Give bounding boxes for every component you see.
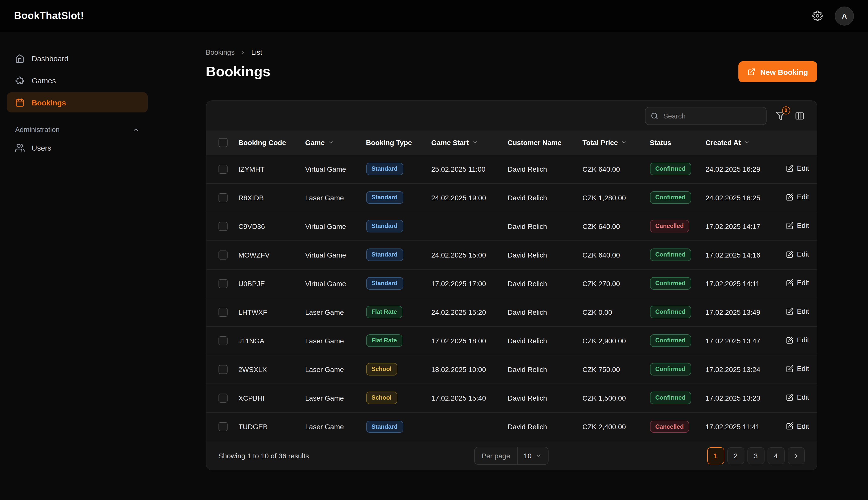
edit-button[interactable]: Edit — [786, 279, 809, 287]
edit-label: Edit — [797, 422, 809, 430]
breadcrumb-bookings[interactable]: Bookings — [206, 48, 235, 56]
chevron-up-icon — [132, 126, 140, 133]
next-page-button[interactable] — [787, 447, 804, 464]
row-checkbox[interactable] — [218, 164, 227, 173]
status-badge: Confirmed — [650, 392, 691, 404]
edit-button[interactable]: Edit — [786, 221, 809, 230]
cell-status: Confirmed — [650, 384, 705, 412]
page-button[interactable]: 4 — [767, 447, 784, 464]
bookings-table: Booking Code Game Booking Type Game Star… — [206, 130, 817, 441]
cell-status: Confirmed — [650, 355, 705, 384]
row-checkbox[interactable] — [218, 279, 227, 288]
row-checkbox[interactable] — [218, 250, 227, 259]
header-created-at-sort[interactable]: Created At — [705, 138, 750, 147]
header-total-price-sort[interactable]: Total Price — [582, 138, 627, 147]
edit-button[interactable]: Edit — [786, 193, 809, 201]
sidebar-item-bookings[interactable]: Bookings — [7, 92, 148, 112]
table-row: IZYMHT Virtual Game Standard 25.02.2025 … — [206, 155, 817, 183]
cell-customer-name: David Relich — [508, 298, 582, 326]
header-game-start-sort[interactable]: Game Start — [431, 138, 478, 147]
cell-actions: Edit — [786, 240, 817, 269]
cell-actions: Edit — [786, 155, 817, 183]
row-checkbox[interactable] — [218, 193, 227, 202]
select-all-checkbox[interactable] — [218, 138, 227, 147]
cell-booking-type: Flat Rate — [366, 326, 431, 355]
sidebar-item-games[interactable]: Games — [7, 70, 148, 90]
row-checkbox[interactable] — [218, 393, 227, 402]
row-checkbox[interactable] — [218, 422, 227, 431]
edit-pencil-icon — [786, 279, 793, 287]
sidebar: Dashboard Games Bookings Administration — [0, 32, 155, 500]
cell-booking-code: J11NGA — [238, 326, 305, 355]
edit-button[interactable]: Edit — [786, 336, 809, 344]
page-button[interactable]: 3 — [747, 447, 764, 464]
app-shell: Dashboard Games Bookings Administration — [0, 32, 868, 500]
per-page-select[interactable]: 10 — [517, 447, 548, 464]
edit-pencil-icon — [786, 193, 793, 201]
chevron-down-icon — [328, 139, 334, 146]
cell-status: Confirmed — [650, 269, 705, 298]
top-bar: BookThatSlot! A — [0, 0, 868, 32]
edit-pencil-icon — [786, 336, 793, 344]
page-button[interactable]: 2 — [727, 447, 744, 464]
header-booking-type: Booking Type — [366, 138, 412, 147]
row-checkbox[interactable] — [218, 221, 227, 231]
cell-total-price: CZK 1,500.00 — [582, 384, 650, 412]
page-title: Bookings — [206, 64, 270, 80]
per-page-value: 10 — [524, 452, 532, 459]
cell-status: Confirmed — [650, 183, 705, 212]
edit-button[interactable]: Edit — [786, 393, 809, 401]
row-checkbox[interactable] — [218, 365, 227, 374]
table-row: MOWZFV Virtual Game Standard 24.02.2025 … — [206, 240, 817, 269]
breadcrumb: Bookings List — [206, 48, 817, 56]
cell-created-at: 17.02.2025 13:49 — [705, 298, 786, 326]
cell-game-start: 24.02.2025 19:00 — [431, 183, 508, 212]
search-icon — [650, 112, 658, 120]
filter-count-badge: 0 — [782, 106, 790, 114]
row-checkbox[interactable] — [218, 336, 227, 345]
cell-customer-name: David Relich — [508, 212, 582, 240]
edit-button[interactable]: Edit — [786, 164, 809, 172]
edit-button[interactable]: Edit — [786, 422, 809, 430]
settings-button[interactable] — [812, 11, 823, 21]
cell-created-at: 17.02.2025 13:47 — [705, 326, 786, 355]
cell-game-start: 17.02.2025 18:00 — [431, 326, 508, 355]
sidebar-section-administration[interactable]: Administration — [7, 125, 148, 134]
filter-button[interactable]: 0 — [775, 111, 786, 121]
cell-status: Cancelled — [650, 212, 705, 240]
status-badge: Cancelled — [650, 420, 689, 433]
table-row: U0BPJE Virtual Game Standard 17.02.2025 … — [206, 269, 817, 298]
avatar[interactable]: A — [835, 6, 854, 25]
cell-total-price: CZK 640.00 — [582, 155, 650, 183]
booking-type-badge: Standard — [366, 420, 403, 433]
breadcrumb-list: List — [251, 48, 262, 56]
cell-booking-code: 2WSXLX — [238, 355, 305, 384]
bookings-table-card: 0 — [206, 100, 817, 470]
cell-total-price: CZK 640.00 — [582, 212, 650, 240]
page-button[interactable]: 1 — [707, 447, 724, 464]
edit-button[interactable]: Edit — [786, 307, 809, 316]
per-page-control: Per page 10 — [474, 446, 549, 465]
row-checkbox[interactable] — [218, 307, 227, 317]
edit-button[interactable]: Edit — [786, 250, 809, 258]
booking-type-badge: Standard — [366, 277, 403, 289]
table-row: J11NGA Laser Game Flat Rate 17.02.2025 1… — [206, 326, 817, 355]
edit-label: Edit — [797, 279, 809, 287]
cell-game: Virtual Game — [305, 212, 366, 240]
new-booking-button[interactable]: New Booking — [739, 61, 817, 82]
cell-customer-name: David Relich — [508, 240, 582, 269]
cell-actions: Edit — [786, 412, 817, 441]
cell-game: Laser Game — [305, 384, 366, 412]
columns-button[interactable] — [794, 111, 804, 121]
cell-actions: Edit — [786, 384, 817, 412]
search-input[interactable] — [645, 107, 766, 125]
sidebar-item-dashboard[interactable]: Dashboard — [7, 48, 148, 68]
header-game-sort[interactable]: Game — [305, 138, 334, 147]
cell-actions: Edit — [786, 298, 817, 326]
edit-pencil-icon — [786, 394, 793, 401]
cell-customer-name: David Relich — [508, 355, 582, 384]
columns-icon — [794, 111, 804, 121]
sidebar-item-users[interactable]: Users — [7, 138, 148, 158]
status-badge: Confirmed — [650, 163, 691, 175]
edit-button[interactable]: Edit — [786, 365, 809, 373]
